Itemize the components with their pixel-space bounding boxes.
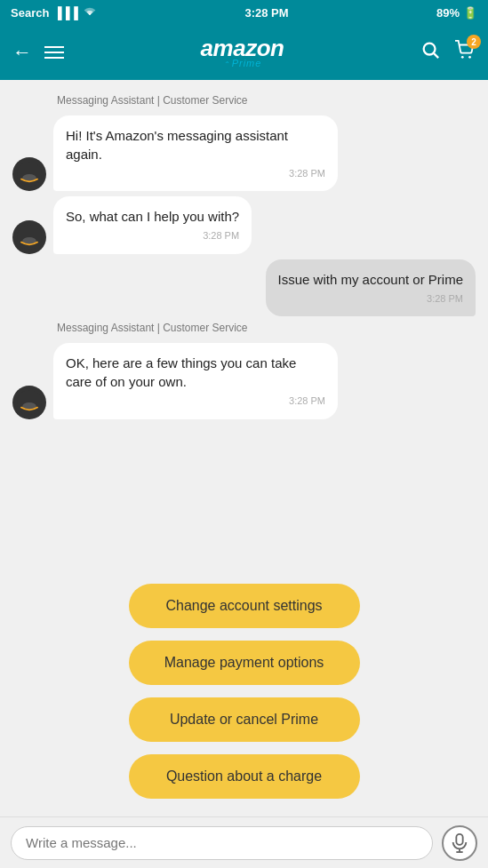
bubble-time-2: 3:28 PM	[66, 229, 239, 243]
search-button[interactable]	[420, 40, 440, 65]
svg-point-2	[461, 56, 464, 59]
quick-reply-question-charge[interactable]: Question about a charge	[129, 754, 360, 799]
battery-text: 89%	[436, 6, 460, 20]
status-right: 89% 🔋	[436, 6, 477, 20]
bubble-text-4: OK, here are a few things you can take c…	[66, 355, 296, 389]
back-button[interactable]: ←	[12, 41, 32, 64]
svg-line-1	[434, 53, 438, 58]
battery-icon: 🔋	[463, 6, 477, 20]
cart-badge: 2	[467, 35, 481, 49]
status-time: 3:28 PM	[244, 6, 288, 20]
wifi-icon	[83, 6, 97, 20]
input-bar	[0, 816, 488, 868]
quick-reply-manage-payment[interactable]: Manage payment options	[129, 641, 360, 685]
bubble-text-2: So, what can I help you with?	[66, 209, 239, 224]
status-left: Search ▐▐▐	[11, 6, 97, 20]
message-row-1: Hi! It's Amazon's messaging assistant ag…	[12, 115, 476, 191]
navbar: ← amazon Prime 2	[0, 25, 488, 80]
message-row-2: So, what can I help you with? 3:28 PM	[12, 196, 476, 253]
bubble-2: So, what can I help you with? 3:28 PM	[53, 196, 252, 253]
bubble-time-4: 3:28 PM	[66, 394, 325, 408]
spacer	[12, 425, 476, 451]
nav-right: 2	[420, 40, 476, 65]
avatar-3	[12, 386, 46, 419]
bubble-time-1: 3:28 PM	[66, 167, 325, 180]
bubble-4: OK, here are a few things you can take c…	[53, 343, 338, 418]
message-input[interactable]	[11, 826, 433, 860]
message-row-4: OK, here are a few things you can take c…	[12, 343, 476, 418]
nav-left: ←	[12, 41, 64, 64]
quick-reply-update-cancel-prime[interactable]: Update or cancel Prime	[129, 697, 360, 742]
mic-button[interactable]	[442, 825, 477, 861]
hamburger-menu[interactable]	[44, 46, 64, 59]
bubble-text-3: Issue with my account or Prime	[278, 272, 463, 287]
signal-icon: ▐▐▐	[53, 6, 78, 20]
bubble-text-1: Hi! It's Amazon's messaging assistant ag…	[66, 128, 288, 162]
carrier-text: Search	[11, 6, 49, 20]
message-row-3: Issue with my account or Prime 3:28 PM	[12, 259, 476, 316]
bubble-1: Hi! It's Amazon's messaging assistant ag…	[53, 115, 338, 191]
agent-label-1: Messaging Assistant | Customer Service	[57, 94, 476, 107]
svg-point-3	[468, 56, 471, 59]
agent-label-2: Messaging Assistant | Customer Service	[57, 322, 476, 334]
quick-reply-change-account[interactable]: Change account settings	[129, 584, 360, 628]
quick-replies: Change account settings Manage payment o…	[0, 575, 488, 816]
svg-rect-10	[456, 833, 462, 844]
avatar-1	[12, 157, 46, 191]
prime-badge: Prime	[223, 58, 262, 68]
amazon-logo[interactable]: amazon Prime	[201, 36, 284, 68]
svg-point-0	[424, 44, 436, 55]
amazon-logo-text: amazon	[201, 36, 284, 60]
status-bar: Search ▐▐▐ 3:28 PM 89% 🔋	[0, 0, 488, 25]
avatar-2	[12, 220, 46, 254]
bubble-time-3: 3:28 PM	[278, 292, 463, 306]
chat-area: Messaging Assistant | Customer Service H…	[0, 80, 488, 575]
bubble-3: Issue with my account or Prime 3:28 PM	[266, 259, 476, 316]
cart-wrapper: 2	[454, 40, 476, 65]
